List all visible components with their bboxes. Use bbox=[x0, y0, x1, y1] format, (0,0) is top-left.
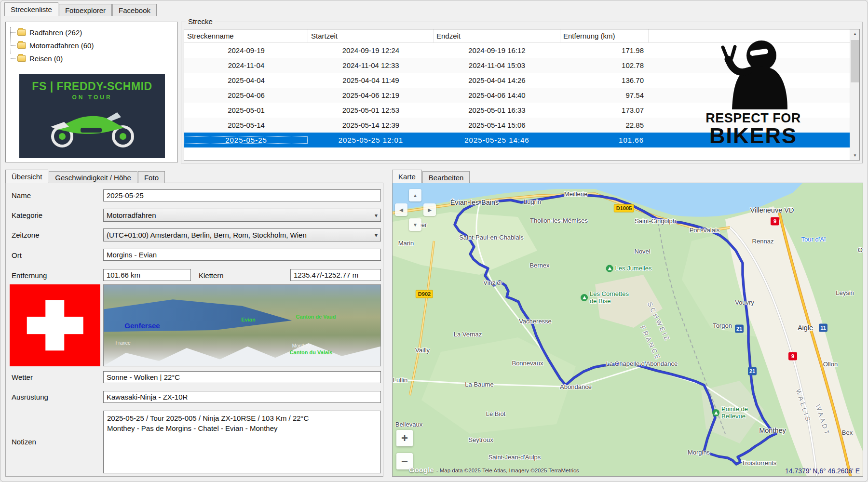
ausruestung-input[interactable] bbox=[103, 391, 381, 403]
pan-left-button[interactable]: ◀ bbox=[395, 203, 407, 216]
map-label-la-chapelle-d-abondance: La Chapelle d'Abondance bbox=[606, 360, 678, 367]
map-label-les-cornettes-de-bise: Les Cornettes de Bise bbox=[581, 291, 629, 305]
ort-input[interactable] bbox=[103, 249, 381, 261]
pan-up-button[interactable]: ▲ bbox=[409, 189, 421, 201]
scroll-up-icon[interactable]: ▲ bbox=[850, 29, 860, 39]
tree-connector bbox=[11, 32, 15, 33]
strecke-cell: 173.07 bbox=[560, 106, 649, 114]
map-label-villeneuve-vd: Villeneuve VD bbox=[750, 206, 794, 214]
map-label-saint-jean-d-aulps: Saint-Jean-d'Aulps bbox=[488, 454, 541, 461]
column-header-entfernung-km[interactable]: Entfernung (km) bbox=[560, 29, 649, 42]
tab-bearbeiten[interactable]: Bearbeiten bbox=[422, 171, 470, 183]
bikers-logo-line1: RESPECT FOR bbox=[693, 111, 814, 125]
map-label-monthey: Monthey bbox=[759, 427, 786, 434]
strecke-cell: 2025-05-14 bbox=[184, 121, 308, 129]
strecke-cell: 2025-05-25 14:46 bbox=[434, 136, 560, 144]
tree-item-reisen-0[interactable]: Reisen (0) bbox=[11, 52, 175, 65]
map-label-troistorrents: Troistorrents bbox=[742, 459, 776, 467]
tree-item-label: Reisen (0) bbox=[29, 54, 63, 63]
strecke-cell: 2025-05-25 12:01 bbox=[308, 136, 434, 144]
strecke-cell: 22.85 bbox=[560, 121, 649, 129]
ort-label: Ort bbox=[12, 250, 22, 261]
map-label-d902: D902 bbox=[416, 290, 433, 298]
column-header-streckenname[interactable]: Streckenname bbox=[184, 29, 308, 42]
tab-foto[interactable]: Foto bbox=[138, 171, 165, 183]
strecke-cell: 2025-05-01 16:33 bbox=[434, 106, 560, 114]
tab-geschwindigkeit-h-he[interactable]: Geschwindigkeit / Höhe bbox=[49, 171, 137, 183]
tree-item-label: Radfahren (262) bbox=[29, 28, 82, 37]
bikers-logo-line2: BIKERS bbox=[693, 125, 814, 147]
map-canvas[interactable]: Évian-les-BainsLugrinMeillerieThollon-le… bbox=[392, 183, 863, 477]
flag-cross-horizontal bbox=[27, 317, 83, 334]
strecke-cell: 97.54 bbox=[560, 91, 649, 99]
name-label: Name bbox=[12, 190, 31, 201]
strecke-cell: 2025-05-14 12:39 bbox=[308, 121, 434, 129]
map-label-aigle: Aigle bbox=[798, 324, 813, 332]
scrollbar-thumb[interactable] bbox=[851, 40, 859, 82]
map-label-rennaz: Rennaz bbox=[752, 238, 774, 245]
map-label-9: 9 bbox=[788, 352, 797, 361]
wetter-input[interactable] bbox=[103, 371, 381, 383]
map-label-port-valais: Port-Valais bbox=[690, 227, 720, 234]
category-tree-panel: Radfahren (262)Motorradfahren (60)Reisen… bbox=[5, 22, 178, 162]
mountain-peak-icon bbox=[581, 295, 588, 302]
tree-items: Radfahren (262)Motorradfahren (60)Reisen… bbox=[11, 26, 175, 65]
strecke-cell: 171.98 bbox=[560, 46, 649, 54]
tree-item-motorradfahren-60[interactable]: Motorradfahren (60) bbox=[11, 39, 175, 52]
name-input[interactable] bbox=[103, 189, 381, 201]
app-window: StreckenlisteFotoexplorerFacebook Radfah… bbox=[0, 0, 868, 482]
map-label-bonnevaux: Bonnevaux bbox=[512, 360, 543, 367]
pan-right-button[interactable]: ▶ bbox=[423, 203, 436, 216]
strecke-cell: 2024-09-19 bbox=[184, 46, 308, 54]
tab-facebook[interactable]: Facebook bbox=[112, 4, 157, 16]
ausruestung-label: Ausrüstung bbox=[12, 391, 48, 403]
map-label-pointe-de-bellevue: Pointe de Bellevue bbox=[712, 406, 748, 420]
pan-down-button[interactable]: ▼ bbox=[409, 218, 421, 231]
entfernung-input[interactable] bbox=[103, 269, 191, 281]
map-label-bellevaux: Bellevaux bbox=[395, 421, 422, 428]
tab-fotoexplorer[interactable]: Fotoexplorer bbox=[59, 4, 112, 16]
tab-karte[interactable]: Karte bbox=[392, 170, 422, 183]
strecke-groupbox: Strecke StreckennameStartzeitEndzeitEntf… bbox=[181, 22, 863, 163]
strecke-cell: 2025-04-04 bbox=[184, 76, 308, 84]
respect-for-bikers-logo: RESPECT FOR BIKERS bbox=[693, 37, 814, 158]
biker-figure-icon bbox=[703, 37, 804, 109]
column-header-endzeit[interactable]: Endzeit bbox=[434, 29, 560, 42]
strecke-cell: 2025-05-01 12:53 bbox=[308, 106, 434, 114]
map-label-novel: Novel bbox=[634, 248, 650, 255]
table-scrollbar[interactable]: ▲ ▼ bbox=[850, 29, 859, 160]
tab-bersicht[interactable]: Übersicht bbox=[5, 170, 48, 183]
column-header-startzeit[interactable]: Startzeit bbox=[308, 29, 434, 42]
strecke-cell: 101.66 bbox=[560, 136, 649, 144]
logo-title: FS | FREDDY-SCHMID bbox=[32, 80, 152, 93]
strecke-table: StreckennameStartzeitEndzeitEntfernung (… bbox=[184, 29, 860, 161]
map-label-lugrin: Lugrin bbox=[524, 198, 541, 205]
map-label-lullin: Lullin bbox=[393, 376, 407, 384]
klettern-input[interactable] bbox=[290, 269, 381, 281]
tab-streckenliste[interactable]: Streckenliste bbox=[4, 2, 58, 16]
strecke-cell: 2025-04-06 12:19 bbox=[308, 91, 434, 99]
strecke-cell: 2025-04-04 11:49 bbox=[308, 76, 434, 84]
map-label-la-vernaz: La Vernaz bbox=[454, 331, 482, 338]
satellite-label-monthey: Monthey bbox=[292, 343, 311, 348]
swiss-flag bbox=[10, 284, 100, 366]
klettern-label: Klettern bbox=[199, 270, 224, 281]
map-label-ollon: Ollon bbox=[823, 361, 838, 368]
chevron-down-icon: ▾ bbox=[375, 212, 378, 219]
scroll-down-icon[interactable]: ▼ bbox=[850, 151, 860, 160]
map-tabbar: KarteBearbeiten bbox=[392, 170, 470, 183]
map-label-meillerie: Meillerie bbox=[564, 190, 587, 198]
strecke-cell: 2025-04-06 14:40 bbox=[434, 91, 560, 99]
map-label-les-jumelles: Les Jumelles bbox=[606, 265, 652, 272]
folder-icon bbox=[17, 55, 26, 62]
zoom-in-button[interactable]: + bbox=[396, 430, 413, 446]
map-label-bex: Bex bbox=[842, 429, 853, 436]
map-label-vinzier: Vinzier bbox=[483, 279, 502, 286]
notizen-textarea[interactable]: 2025-05-25 / Tour 2025-005 / Ninja ZX-10… bbox=[103, 411, 381, 473]
satellite-label-canton-du-valais: Canton du Valais bbox=[290, 349, 333, 355]
tree-connector bbox=[11, 45, 15, 46]
zeitzone-select[interactable]: (UTC+01:00) Amsterdam, Berlin, Bern, Rom… bbox=[103, 228, 381, 241]
kategorie-select[interactable]: Motorradfahren ▾ bbox=[103, 209, 381, 222]
map-label-21: 21 bbox=[748, 367, 757, 375]
tree-item-radfahren-262[interactable]: Radfahren (262) bbox=[11, 26, 175, 39]
